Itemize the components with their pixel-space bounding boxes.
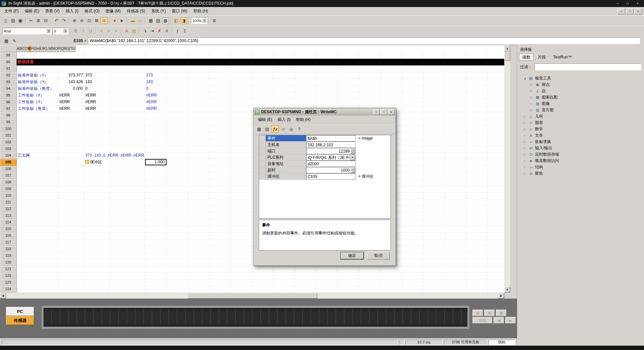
- zoom-out-icon[interactable]: ⊖: [79, 17, 85, 24]
- cell-col-c[interactable]: [84, 192, 110, 199]
- cell-col-a[interactable]: 标准件坐标（Y）: [17, 79, 58, 85]
- cell-col-b[interactable]: [58, 259, 84, 266]
- freeze-button[interactable]: 冻结: [472, 317, 493, 324]
- cell-col-b[interactable]: [58, 232, 84, 239]
- close-button[interactable]: ×: [633, 1, 643, 6]
- toggle-grid-icon[interactable]: ▦: [3, 37, 10, 44]
- row-header[interactable]: 96: [0, 99, 17, 106]
- separator[interactable]: [25, 17, 26, 24]
- clear-cell-icon[interactable]: ✗: [156, 28, 163, 34]
- menu-sensor[interactable]: 传感器 (S): [124, 7, 148, 15]
- cell-col-c[interactable]: [84, 65, 110, 72]
- tree-item[interactable]: ▷ ∠ 边: [518, 88, 643, 94]
- cell-col-d[interactable]: [110, 52, 145, 58]
- cell-col-c[interactable]: [84, 239, 110, 245]
- cell-col-d[interactable]: [110, 139, 145, 145]
- filmstrip-frames[interactable]: [43, 308, 467, 327]
- cell-col-c[interactable]: [84, 206, 110, 212]
- dialog-maximize-button[interactable]: □: [381, 109, 387, 115]
- mdi-minimize-button[interactable]: ─: [618, 8, 625, 14]
- row-header[interactable]: 112: [0, 206, 17, 212]
- cell-col-a[interactable]: [17, 252, 58, 259]
- live-video-icon[interactable]: ●: [111, 17, 118, 24]
- cell-col-a[interactable]: [17, 186, 58, 192]
- insert-function-icon[interactable]: ƒ: [174, 28, 181, 34]
- cell-col-d[interactable]: [110, 179, 145, 185]
- horizontal-scrollbar[interactable]: ◀ ▶: [0, 293, 510, 299]
- new-job-icon[interactable]: ▯: [2, 17, 9, 24]
- menu-image[interactable]: 图像 (M): [103, 7, 124, 15]
- row-header[interactable]: 114: [0, 219, 17, 226]
- cell-col-a[interactable]: [17, 219, 58, 225]
- cell-col-b[interactable]: [58, 192, 84, 199]
- cancel-button[interactable]: 取消: [367, 252, 390, 259]
- field-value[interactable]: 192.168.2.101 ▾: [306, 142, 355, 148]
- field-value[interactable]: $A$0 ▾: [306, 135, 355, 142]
- field-value-text[interactable]: C105: [308, 174, 355, 179]
- row-header[interactable]: 113: [0, 212, 17, 219]
- column-header[interactable]: H: [37, 45, 40, 52]
- cell-col-b[interactable]: 143.426: [58, 79, 84, 85]
- cell-col-e[interactable]: [145, 206, 167, 212]
- row-header[interactable]: 117: [0, 239, 17, 246]
- expand-arrow-icon[interactable]: ▷: [529, 102, 533, 105]
- column-header[interactable]: A: [17, 45, 19, 52]
- cell-col-b[interactable]: [58, 239, 84, 245]
- tree-item[interactable]: ◢ ▧ 视觉工具: [518, 75, 643, 81]
- menu-edit[interactable]: 编辑 (E): [22, 7, 42, 15]
- empty-cells[interactable]: [167, 273, 504, 279]
- cell-col-a[interactable]: [17, 166, 58, 172]
- separator[interactable]: [96, 28, 96, 34]
- cell-col-d[interactable]: [110, 259, 145, 266]
- cell-col-b[interactable]: [58, 59, 84, 65]
- column-header[interactable]: E: [28, 45, 31, 52]
- cell-col-d[interactable]: [110, 279, 145, 286]
- row-header[interactable]: 108: [0, 179, 17, 186]
- tree-item[interactable]: ▷ △ 几何: [518, 113, 643, 120]
- column-header[interactable]: D: [25, 45, 28, 52]
- row-header[interactable]: 99: [0, 119, 17, 126]
- cell-col-d[interactable]: [110, 119, 145, 125]
- cell-col-e[interactable]: [145, 112, 167, 119]
- menu-system[interactable]: 系统 (Y): [148, 7, 169, 15]
- cell-col-c[interactable]: [84, 59, 110, 65]
- record-icon[interactable]: ▭: [137, 17, 143, 24]
- cell-col-a[interactable]: 标准件坐标（X）: [17, 72, 58, 78]
- cell-col-d[interactable]: [110, 146, 145, 152]
- cell-col-e[interactable]: [145, 172, 167, 179]
- tab-snippets[interactable]: 片段: [534, 53, 549, 61]
- insert-function-icon[interactable]: ▦: [255, 125, 263, 133]
- field-value[interactable]: iQ-F/R/Q/L 系列（3E Fra ▾: [306, 154, 355, 161]
- cell-col-e[interactable]: [145, 132, 167, 139]
- cell-col-b[interactable]: [58, 273, 84, 279]
- horizontal-scroll-thumb[interactable]: [188, 293, 317, 299]
- cell-col-d[interactable]: [110, 246, 145, 252]
- row-header[interactable]: 110: [0, 192, 17, 199]
- cell-col-a[interactable]: [17, 139, 58, 145]
- menu-help[interactable]: 帮助 (H): [190, 7, 211, 15]
- scroll-left-icon[interactable]: ◀: [0, 293, 6, 299]
- cell-col-e[interactable]: [145, 266, 167, 272]
- expand-arrow-icon[interactable]: ▷: [529, 90, 533, 93]
- separator[interactable]: [109, 17, 110, 24]
- cell-col-b[interactable]: [58, 139, 84, 145]
- zoom-level-combo[interactable]: 100%: [191, 17, 207, 24]
- zoom-region-icon[interactable]: ⊡: [86, 17, 93, 24]
- tree-item[interactable]: ▷ A 文本: [518, 132, 643, 139]
- field-value-text[interactable]: $A$0: [308, 136, 355, 141]
- row-header[interactable]: 109: [0, 186, 17, 192]
- dropdown-icon[interactable]: ▾: [350, 155, 355, 160]
- field-value-text[interactable]: d2000: [308, 161, 355, 167]
- align-left-icon[interactable]: ≡: [98, 28, 105, 34]
- spin-down-icon[interactable]: [350, 170, 355, 173]
- align-right-icon[interactable]: ≡: [113, 28, 119, 34]
- field-label[interactable]: PLC系列: [266, 154, 306, 161]
- mdi-restore-button[interactable]: □: [626, 8, 634, 14]
- dialog-menu-edit[interactable]: 编辑 (E): [255, 116, 275, 123]
- cell-col-e[interactable]: [145, 273, 167, 279]
- menu-insert[interactable]: 插入 (I): [63, 7, 82, 15]
- cell-col-a[interactable]: [17, 126, 58, 132]
- cell-col-c[interactable]: [84, 112, 110, 119]
- row-header[interactable]: 102: [0, 139, 17, 146]
- cell-col-b[interactable]: #ERR: [58, 92, 84, 99]
